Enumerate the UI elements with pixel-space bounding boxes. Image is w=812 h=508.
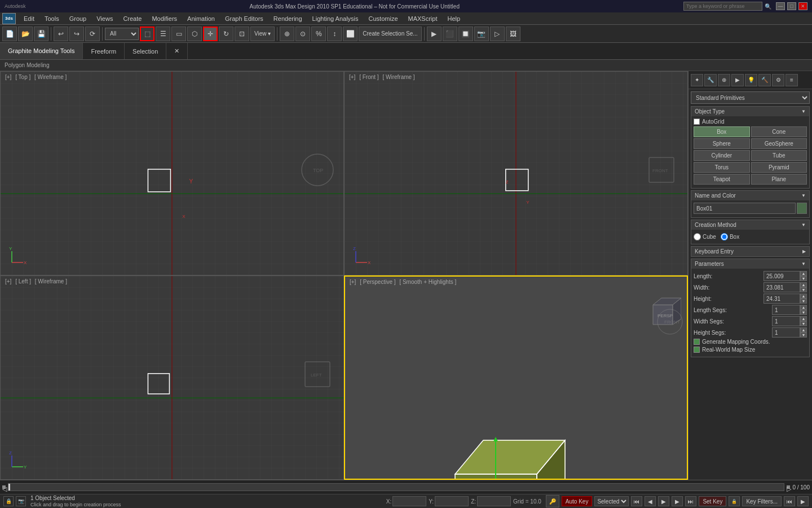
minimize-button[interactable]: — bbox=[776, 2, 785, 10]
search-input[interactable] bbox=[683, 2, 762, 11]
rotate-button[interactable]: ↻ bbox=[219, 27, 233, 41]
selected-dropdown[interactable]: Selected bbox=[594, 496, 629, 506]
set-key-button[interactable]: Set Key bbox=[699, 496, 726, 506]
timeline-next[interactable]: ▷ bbox=[787, 485, 790, 489]
length-up[interactable]: ▲ bbox=[800, 271, 807, 276]
extra-panel-icon[interactable]: ⚙ bbox=[772, 74, 784, 86]
real-world-checkbox[interactable] bbox=[694, 347, 700, 353]
length-segs-down[interactable]: ▼ bbox=[800, 310, 807, 315]
open-button[interactable]: 📂 bbox=[18, 27, 33, 41]
length-segs-up[interactable]: ▲ bbox=[800, 305, 807, 310]
menu-modifiers[interactable]: Modifiers bbox=[147, 14, 182, 23]
pyramid-button[interactable]: Pyramid bbox=[751, 162, 807, 173]
menu-group[interactable]: Group bbox=[65, 14, 91, 23]
modify-panel-icon[interactable]: 🔧 bbox=[704, 74, 717, 86]
menu-edit[interactable]: Edit bbox=[19, 14, 39, 23]
create-selection-button[interactable]: Create Selection Se... bbox=[359, 27, 421, 41]
cylinder-button[interactable]: Cylinder bbox=[694, 150, 750, 161]
statusbar-icon-1[interactable]: 🔒 bbox=[3, 496, 14, 506]
cube-radio[interactable] bbox=[694, 233, 701, 240]
width-segs-down[interactable]: ▼ bbox=[800, 321, 807, 326]
autokey-button[interactable]: Auto Key bbox=[562, 496, 593, 506]
generate-mapping-checkbox[interactable] bbox=[694, 339, 700, 345]
keyboard-entry-header[interactable]: Keyboard Entry ▶ bbox=[691, 247, 809, 256]
menu-lighting[interactable]: Lighting Analysis bbox=[308, 14, 363, 23]
object-name-input[interactable] bbox=[694, 203, 796, 214]
sphere-button[interactable]: Sphere bbox=[694, 138, 750, 149]
transform-gizmo-button[interactable]: ✛ bbox=[203, 27, 218, 41]
teapot-button[interactable]: Teapot bbox=[694, 174, 750, 185]
motion-panel-icon[interactable]: ▶ bbox=[731, 74, 744, 86]
mirror-button[interactable]: ⬜ bbox=[343, 27, 358, 41]
menu-maxscript[interactable]: MAXScript bbox=[404, 14, 442, 23]
menu-tools[interactable]: Tools bbox=[40, 14, 64, 23]
object-type-header[interactable]: Object Type ▼ bbox=[691, 107, 809, 116]
key-icon[interactable]: 🔑 bbox=[546, 495, 559, 507]
width-segs-up[interactable]: ▲ bbox=[800, 316, 807, 321]
extra-play-button[interactable]: ▶ bbox=[797, 496, 809, 506]
viewport-front[interactable]: [+] [ Front ] [ Wireframe ] Z Y bbox=[344, 71, 688, 275]
menu-help[interactable]: Help bbox=[443, 14, 465, 23]
play-last-button[interactable]: ⏭ bbox=[685, 496, 696, 506]
width-down[interactable]: ▼ bbox=[800, 287, 807, 292]
menu-animation[interactable]: Animation bbox=[183, 14, 219, 23]
angle-snap-button[interactable]: ⊙ bbox=[295, 27, 310, 41]
create-panel-icon[interactable]: ✦ bbox=[691, 74, 703, 86]
view-select[interactable]: View ▾ bbox=[250, 27, 275, 41]
snap-button[interactable]: ⊕ bbox=[280, 27, 294, 41]
plane-button[interactable]: Plane bbox=[751, 174, 807, 185]
time-slider[interactable] bbox=[8, 483, 784, 491]
selection-filter-select[interactable]: All bbox=[105, 28, 139, 40]
play-button[interactable]: ▶ bbox=[658, 496, 669, 506]
undo-scene-button[interactable]: ⟳ bbox=[85, 27, 100, 41]
extra-panel-icon2[interactable]: ≡ bbox=[785, 74, 798, 86]
undo-button[interactable]: ↩ bbox=[54, 27, 68, 41]
rect-select-button[interactable]: ▭ bbox=[171, 27, 186, 41]
length-input[interactable] bbox=[764, 271, 800, 281]
prev-frame-button[interactable]: ◀ bbox=[645, 496, 656, 506]
next-frame-button[interactable]: ▶ bbox=[672, 496, 683, 506]
lasso-select-button[interactable]: ⬡ bbox=[187, 27, 202, 41]
menu-views[interactable]: Views bbox=[92, 14, 117, 23]
geosphere-button[interactable]: GeoSphere bbox=[751, 138, 807, 149]
box-radio-label[interactable]: Box bbox=[721, 233, 739, 240]
viewport-left[interactable]: [+] [ Left ] [ Wireframe ] LEFT bbox=[0, 275, 344, 480]
name-color-header[interactable]: Name and Color ▼ bbox=[691, 191, 809, 200]
key-lock-button[interactable]: 🔒 bbox=[729, 496, 740, 506]
new-button[interactable]: 📄 bbox=[2, 27, 17, 41]
width-input[interactable] bbox=[764, 282, 800, 292]
menu-graph-editors[interactable]: Graph Editors bbox=[220, 14, 268, 23]
cone-button[interactable]: Cone bbox=[751, 126, 807, 137]
utilities-panel-icon[interactable]: 🔨 bbox=[758, 74, 771, 86]
close-button[interactable]: ✕ bbox=[798, 2, 807, 10]
height-segs-input[interactable] bbox=[772, 327, 800, 338]
length-down[interactable]: ▼ bbox=[800, 276, 807, 281]
ribbon-tab-freeform[interactable]: Freeform bbox=[83, 43, 125, 59]
render-setup-button[interactable]: 📷 bbox=[474, 27, 489, 41]
ribbon-tab-graphite[interactable]: Graphite Modeling Tools bbox=[0, 43, 83, 59]
display-panel-icon[interactable]: 💡 bbox=[745, 74, 757, 86]
category-dropdown[interactable]: Standard Primitives bbox=[691, 91, 810, 104]
height-input[interactable] bbox=[764, 294, 800, 304]
maximize-button[interactable]: □ bbox=[787, 2, 796, 10]
select-by-name-button[interactable]: ☰ bbox=[156, 27, 170, 41]
width-up[interactable]: ▲ bbox=[800, 282, 807, 287]
viewport-perspective[interactable]: [+] [ Perspective ] [ Smooth + Highlight… bbox=[344, 275, 688, 480]
y-coord-input[interactable] bbox=[435, 496, 469, 506]
cube-radio-label[interactable]: Cube bbox=[694, 233, 716, 240]
width-segs-input[interactable] bbox=[772, 316, 800, 326]
autogrid-checkbox[interactable] bbox=[694, 119, 700, 125]
menu-create[interactable]: Create bbox=[118, 14, 146, 23]
perspective-nav[interactable]: FRONT bbox=[656, 308, 684, 337]
hierarchy-panel-icon[interactable]: ⊕ bbox=[718, 74, 730, 86]
statusbar-icon-2[interactable]: 📷 bbox=[16, 496, 26, 506]
color-picker[interactable] bbox=[797, 203, 807, 214]
x-coord-input[interactable] bbox=[392, 496, 426, 506]
extra-prev-button[interactable]: ⏮ bbox=[784, 496, 795, 506]
parameters-header[interactable]: Parameters ▼ bbox=[691, 259, 809, 269]
play-first-button[interactable]: ⏮ bbox=[631, 496, 642, 506]
track-view-button[interactable]: ▶ bbox=[427, 27, 442, 41]
render-frame-button[interactable]: 🖼 bbox=[506, 27, 520, 41]
height-down[interactable]: ▼ bbox=[800, 299, 807, 304]
ribbon-tab-selection[interactable]: Selection bbox=[125, 43, 166, 59]
